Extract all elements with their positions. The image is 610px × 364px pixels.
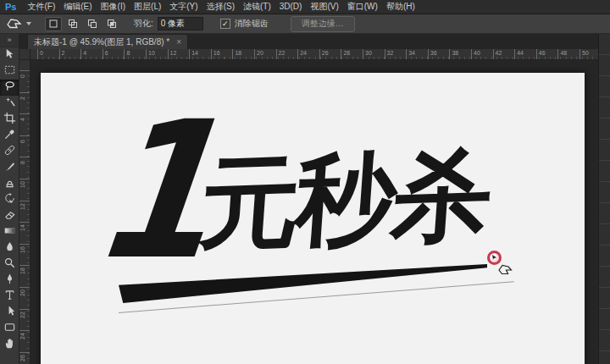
- h-ruler-mark: 26: [319, 49, 329, 60]
- v-ruler-mark: 4: [19, 113, 30, 120]
- feather-label: 羽化:: [134, 18, 153, 30]
- tool-preset-picker[interactable]: [0, 17, 35, 31]
- menu-item-9[interactable]: 视图(V): [306, 2, 342, 11]
- menu-item-10[interactable]: 窗口(W): [343, 2, 382, 11]
- eraser-tool[interactable]: [0, 208, 19, 224]
- rectangular-marquee-tool[interactable]: [0, 63, 19, 80]
- clone-stamp-tool[interactable]: [0, 176, 19, 192]
- v-ruler-mark: 20: [19, 287, 30, 294]
- healing-brush-tool[interactable]: [0, 144, 19, 160]
- menu-item-1[interactable]: 文件(F): [23, 2, 59, 11]
- add-to-selection-button[interactable]: [64, 17, 81, 31]
- h-ruler-mark: 16: [211, 49, 220, 60]
- move-tool[interactable]: [0, 47, 19, 63]
- shape-tool[interactable]: [0, 321, 19, 337]
- pasteboard[interactable]: 1 元秒杀: [30, 60, 598, 364]
- menu-item-8[interactable]: 3D(D): [275, 2, 307, 11]
- lasso-tool[interactable]: [0, 80, 19, 96]
- ruler-origin-box[interactable]: [19, 49, 30, 60]
- intersect-selection-button[interactable]: [103, 17, 120, 31]
- quick-selection-tool-icon: [3, 96, 16, 112]
- h-ruler-mark: 34: [406, 49, 415, 60]
- menu-item-4[interactable]: 图层(L): [130, 2, 165, 11]
- path-selection-tool-icon: [3, 305, 16, 321]
- menu-item-2[interactable]: 编辑(E): [59, 2, 96, 11]
- h-ruler-mark: 22: [276, 49, 286, 60]
- pen-tool-icon: [3, 273, 16, 289]
- h-ruler-mark: 40: [471, 49, 480, 60]
- chevron-down-icon: [26, 22, 31, 25]
- clone-stamp-tool-icon: [3, 176, 16, 192]
- v-ruler-mark: 14: [19, 222, 30, 229]
- h-ruler-mark: 14: [189, 49, 198, 60]
- new-selection-button[interactable]: [45, 17, 62, 31]
- vertical-ruler[interactable]: 02468101214161820222426: [19, 60, 30, 364]
- h-ruler-mark: 2: [59, 49, 65, 60]
- quick-selection-tool[interactable]: [0, 96, 19, 112]
- dodge-tool-icon: [3, 256, 16, 273]
- brush-tool[interactable]: [0, 160, 19, 176]
- brush-tool-icon: [3, 160, 16, 176]
- dodge-tool[interactable]: [0, 256, 19, 273]
- crop-tool[interactable]: [0, 112, 19, 128]
- hand-tool-icon: [3, 337, 16, 353]
- eraser-tool-icon: [3, 208, 16, 224]
- workspace: » 未标题-1 @ 45.9%(图层 1, RGB/8) * × 0246810…: [0, 34, 610, 364]
- blur-tool-icon: [3, 240, 16, 256]
- close-icon[interactable]: ×: [176, 38, 181, 47]
- menu-item-7[interactable]: 滤镜(T): [239, 2, 275, 11]
- menu-item-11[interactable]: 帮助(H): [382, 2, 419, 11]
- move-tool-icon: [3, 47, 16, 63]
- h-ruler-mark: 30: [363, 49, 372, 60]
- menu-bar-items: 文件(F)编辑(E)图像(I)图层(L)文字(Y)选择(S)滤镜(T)3D(D)…: [23, 0, 419, 14]
- v-ruler-mark: 10: [19, 179, 30, 185]
- h-ruler-mark: 28: [341, 49, 350, 60]
- history-brush-tool[interactable]: [0, 192, 19, 208]
- h-ruler-mark: 44: [514, 49, 524, 60]
- artwork-characters: 元秒杀: [196, 137, 492, 262]
- shape-tool-icon: [3, 321, 16, 337]
- eyedropper-tool[interactable]: [0, 128, 19, 144]
- h-ruler-mark: 6: [103, 49, 108, 60]
- v-ruler-mark: 8: [19, 157, 30, 163]
- right-scrollbar[interactable]: [598, 34, 610, 364]
- feather-input[interactable]: [158, 17, 203, 30]
- h-ruler-mark: 8: [124, 49, 130, 60]
- pen-tool[interactable]: [0, 273, 19, 289]
- rectangular-marquee-tool-icon: [3, 63, 16, 80]
- h-ruler-mark: 10: [146, 49, 155, 60]
- polygonal-lasso-cursor-icon: [498, 263, 513, 279]
- blur-tool[interactable]: [0, 240, 19, 256]
- h-ruler-mark: 4: [80, 49, 86, 60]
- horizontal-ruler[interactable]: 0246810121416182022242628303234363840424…: [30, 49, 598, 60]
- h-ruler-mark: 48: [557, 49, 567, 60]
- h-ruler-mark: 38: [449, 49, 458, 60]
- healing-brush-tool-icon: [3, 144, 16, 160]
- document-tab[interactable]: 未标题-1 @ 45.9%(图层 1, RGB/8) * ×: [27, 34, 188, 49]
- type-tool[interactable]: [0, 289, 19, 305]
- gradient-tool[interactable]: [0, 224, 19, 240]
- h-ruler-mark: 12: [168, 49, 177, 60]
- h-ruler-mark: 20: [254, 49, 263, 60]
- crop-tool-icon: [3, 112, 16, 128]
- h-ruler-mark: 36: [428, 49, 437, 60]
- menu-item-6[interactable]: 选择(S): [202, 2, 239, 11]
- v-ruler-mark: 26: [19, 352, 30, 359]
- tool-bar: »: [0, 34, 19, 364]
- document-canvas[interactable]: 1 元秒杀: [41, 73, 585, 364]
- v-ruler-mark: 24: [19, 330, 30, 337]
- menu-item-5[interactable]: 文字(Y): [165, 2, 202, 11]
- menu-item-3[interactable]: 图像(I): [97, 2, 130, 11]
- toolbar-collapse-button[interactable]: »: [0, 34, 19, 47]
- path-selection-tool[interactable]: [0, 305, 19, 321]
- document-tab-title: 未标题-1 @ 45.9%(图层 1, RGB/8) *: [34, 36, 169, 48]
- v-ruler-mark: 16: [19, 244, 30, 251]
- antialias-checkbox[interactable]: ✓: [220, 19, 230, 29]
- eyedropper-tool-icon: [3, 128, 16, 144]
- v-ruler-mark: 6: [19, 135, 30, 142]
- h-ruler-mark: 0: [37, 49, 43, 60]
- subtract-from-selection-button[interactable]: [84, 17, 101, 31]
- hand-tool[interactable]: [0, 337, 19, 353]
- refine-edge-button[interactable]: 调整边缘…: [291, 16, 355, 32]
- h-ruler-mark: 46: [536, 49, 546, 60]
